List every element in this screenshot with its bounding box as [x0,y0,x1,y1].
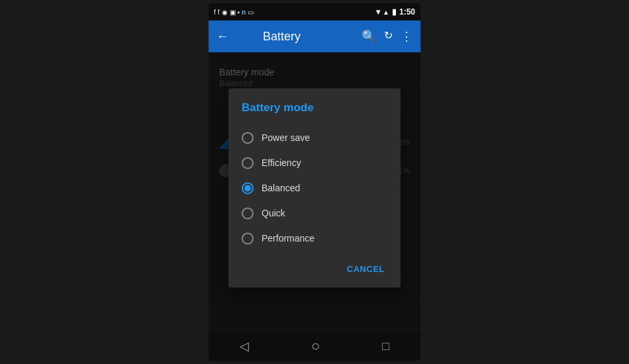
status-icons-left: f f ◉ ▣ ▪ n ▭ [214,9,254,16]
navigation-bar: ← Battery 🔍 ↻ ⋮ [209,21,420,52]
battery-mode-dialog: Battery mode Power save Efficiency Balan… [228,88,401,287]
dialog-actions: CANCEL [228,253,401,282]
cancel-button[interactable]: CANCEL [342,259,390,279]
noti-icon: ▪ [238,9,240,16]
radio-circle-quick [242,207,254,219]
content-area: Battery mode Balanced Cell standby 13% A… [209,52,420,332]
recent-nav-button[interactable]: □ [371,334,400,359]
signal-icon: ▲ [383,9,389,16]
fb-icon: f [214,9,216,16]
radio-option-quick[interactable]: Quick [228,201,401,226]
radio-label-quick: Quick [262,208,285,218]
status-bar: f f ◉ ▣ ▪ n ▭ ▾ ▲ ▮ 1:50 [209,3,420,21]
radio-label-efficiency: Efficiency [262,158,301,168]
n-icon: n [242,9,246,16]
fb2-icon: f [218,9,220,16]
bottom-navigation: ◁ ○ □ [209,332,420,361]
radio-circle-performance [242,232,254,244]
radio-option-performance[interactable]: Performance [228,226,401,251]
radio-label-performance: Performance [262,233,314,244]
radio-circle-efficiency [242,157,254,169]
search-icon[interactable]: 🔍 [359,26,379,46]
wifi-icon: ▾ [376,7,380,17]
photo-icon: ▣ [230,9,236,16]
screen-icon: ▭ [248,9,254,16]
radio-inner-balanced [244,185,251,191]
home-nav-button[interactable]: ○ [301,332,330,360]
radio-circle-balanced [242,182,254,194]
refresh-icon[interactable]: ↻ [381,26,395,46]
nav-actions: 🔍 ↻ ⋮ [359,26,415,46]
dialog-title: Battery mode [228,101,401,125]
back-button[interactable]: ← [214,27,231,46]
radio-option-efficiency[interactable]: Efficiency [228,150,401,175]
radio-option-power-save[interactable]: Power save [228,125,401,150]
radio-label-power-save: Power save [262,132,310,143]
phone-frame: f f ◉ ▣ ▪ n ▭ ▾ ▲ ▮ 1:50 ← Battery 🔍 ↻ ⋮… [209,3,420,361]
page-title: Battery [236,30,327,44]
battery-icon: ▮ [392,7,397,17]
back-nav-button[interactable]: ◁ [229,334,260,359]
time-display: 1:50 [399,7,415,17]
whatsapp-icon: ◉ [222,9,228,16]
more-options-icon[interactable]: ⋮ [398,26,415,46]
radio-option-balanced[interactable]: Balanced [228,175,401,201]
radio-label-balanced: Balanced [262,183,300,193]
status-right: ▾ ▲ ▮ 1:50 [376,7,415,17]
radio-circle-power-save [242,132,254,144]
